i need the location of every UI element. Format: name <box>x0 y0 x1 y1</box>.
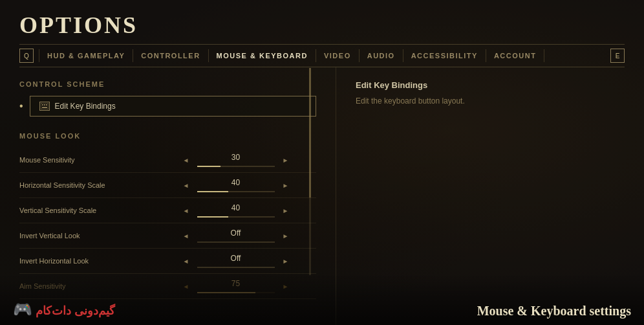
horizontal-sensitivity-label: Horizontal Sensitivity Scale <box>19 181 155 189</box>
nav-item-hud[interactable]: HUD & GAMEPLAY <box>39 49 133 62</box>
invert-vertical-slider-wrapper: Off <box>197 229 275 243</box>
invert-horizontal-control: ◄ Off ► <box>155 254 316 268</box>
horizontal-sensitivity-track[interactable] <box>197 191 275 192</box>
nav-item-video[interactable]: VIDEO <box>316 49 360 62</box>
mouse-sensitivity-fill <box>197 166 220 167</box>
vertical-sensitivity-right-arrow[interactable]: ► <box>280 206 292 216</box>
svg-rect-1 <box>42 104 43 106</box>
watermark-left: 🎮 گیم‌دونی دات‌کام <box>13 300 115 319</box>
vertical-sensitivity-left-arrow[interactable]: ◄ <box>180 206 192 216</box>
help-description: Edit the keyboard button layout. <box>356 95 625 107</box>
nav-item-controller[interactable]: CONTROLLER <box>133 49 208 62</box>
invert-horizontal-track[interactable] <box>197 267 275 268</box>
vertical-sensitivity-fill <box>197 216 228 218</box>
svg-rect-4 <box>42 107 47 108</box>
nav-item-audio[interactable]: AUDIO <box>360 49 403 62</box>
mouse-sensitivity-control: ◄ 30 ► <box>155 153 316 167</box>
mouse-sensitivity-right-arrow[interactable]: ► <box>280 155 292 165</box>
edit-key-bindings-button[interactable]: Edit Key Bindings <box>30 96 316 117</box>
mouse-sensitivity-value: 30 <box>226 153 246 162</box>
settings-row-vertical-sensitivity: Vertical Sensitivity Scale ◄ 40 ► <box>19 198 316 223</box>
svg-rect-0 <box>41 103 48 109</box>
horizontal-sensitivity-fill <box>197 191 228 192</box>
invert-vertical-label: Invert Vertical Look <box>19 232 155 240</box>
settings-row-horizontal-sensitivity: Horizontal Sensitivity Scale ◄ 40 ► <box>19 173 316 198</box>
edit-key-bindings-label: Edit Key Bindings <box>55 102 116 111</box>
watermark-right: Mouse & Keyboard settings <box>477 304 631 319</box>
vertical-sensitivity-label: Vertical Sensitivity Scale <box>19 207 155 214</box>
invert-horizontal-value: Off <box>226 254 246 263</box>
vertical-sensitivity-control: ◄ 40 ► <box>155 203 316 218</box>
mouse-sensitivity-left-arrow[interactable]: ◄ <box>180 155 192 165</box>
mouse-look-title: MOUSE LOOK <box>19 132 316 140</box>
header: OPTIONS Q HUD & GAMEPLAY CONTROLLER MOUS… <box>0 0 644 67</box>
vertical-sensitivity-slider-wrapper: 40 <box>197 203 275 218</box>
keyboard-icon <box>41 103 48 109</box>
invert-horizontal-left-arrow[interactable]: ◄ <box>180 256 192 266</box>
vertical-sensitivity-track[interactable] <box>197 216 275 218</box>
svg-rect-3 <box>46 104 47 106</box>
settings-row-mouse-sensitivity: Mouse Sensitivity ◄ 30 ► <box>19 148 316 173</box>
watermark-text-left: گیم‌دونی دات‌کام <box>36 304 115 317</box>
bullet-point: • <box>19 100 23 112</box>
horizontal-sensitivity-control: ◄ 40 ► <box>155 178 316 192</box>
scrollbar[interactable] <box>309 68 311 275</box>
nav-item-account[interactable]: ACCOUNT <box>486 49 545 62</box>
watermark-icon: 🎮 <box>13 300 32 318</box>
horizontal-sensitivity-left-arrow[interactable]: ◄ <box>180 181 192 190</box>
nav-item-accessibility[interactable]: ACCESSIBILITY <box>403 49 486 62</box>
invert-horizontal-slider-wrapper: Off <box>197 254 275 268</box>
page-title: OPTIONS <box>19 12 625 39</box>
invert-horizontal-label: Invert Horizontal Look <box>19 257 155 265</box>
control-scheme-title: CONTROL SCHEME <box>19 80 316 88</box>
control-scheme-section: CONTROL SCHEME • <box>19 80 316 117</box>
invert-vertical-value: Off <box>226 229 246 238</box>
invert-vertical-track[interactable] <box>197 241 275 243</box>
vertical-sensitivity-value: 40 <box>226 203 246 212</box>
horizontal-sensitivity-right-arrow[interactable]: ► <box>280 181 292 190</box>
help-title: Edit Key Bindings <box>356 80 625 90</box>
nav-item-mouse-keyboard[interactable]: MOUSE & KEYBOARD <box>209 49 316 62</box>
right-nav-icon[interactable]: E <box>610 49 625 63</box>
horizontal-sensitivity-slider-wrapper: 40 <box>197 178 275 192</box>
invert-vertical-right-arrow[interactable]: ► <box>280 231 292 241</box>
scrollbar-thumb[interactable] <box>309 68 311 197</box>
nav-bar: Q HUD & GAMEPLAY CONTROLLER MOUSE & KEYB… <box>19 44 625 67</box>
bottom-overlay: 🎮 گیم‌دونی دات‌کام Mouse & Keyboard sett… <box>0 273 644 325</box>
main-container: OPTIONS Q HUD & GAMEPLAY CONTROLLER MOUS… <box>0 0 644 325</box>
mouse-sensitivity-track[interactable] <box>197 166 275 167</box>
horizontal-sensitivity-value: 40 <box>226 178 246 187</box>
settings-row-invert-horizontal: Invert Horizontal Look ◄ Off ► <box>19 249 316 274</box>
bindings-btn-icon <box>39 102 50 111</box>
left-nav-icon[interactable]: Q <box>19 49 34 63</box>
svg-rect-2 <box>44 104 45 106</box>
nav-items: HUD & GAMEPLAY CONTROLLER MOUSE & KEYBOA… <box>39 49 605 62</box>
settings-row-invert-vertical: Invert Vertical Look ◄ Off ► <box>19 223 316 249</box>
invert-vertical-left-arrow[interactable]: ◄ <box>180 231 192 241</box>
invert-horizontal-right-arrow[interactable]: ► <box>280 256 292 266</box>
mouse-sensitivity-slider-wrapper: 30 <box>197 153 275 167</box>
mouse-sensitivity-label: Mouse Sensitivity <box>19 156 155 164</box>
control-scheme-item: • Edit Key Bindings <box>19 96 316 117</box>
invert-vertical-control: ◄ Off ► <box>155 229 316 243</box>
